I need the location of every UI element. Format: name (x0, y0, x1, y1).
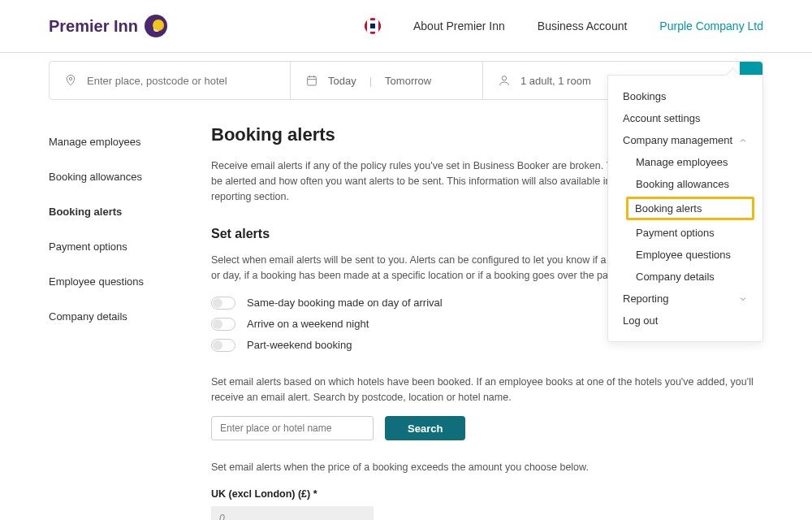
hotel-search-button[interactable]: Search (385, 416, 465, 440)
nav-business-account[interactable]: Business Account (538, 20, 628, 32)
sidebar-item-company-details[interactable]: Company details (49, 299, 171, 334)
dd-sub-company-details[interactable]: Company details (608, 266, 762, 288)
dd-sub-booking-alerts[interactable]: Booking alerts (626, 197, 754, 220)
dd-bookings[interactable]: Bookings (608, 85, 762, 107)
account-dropdown: Bookings Account settings Company manage… (607, 75, 763, 342)
toggle-weekend[interactable] (211, 318, 235, 331)
svg-point-2 (502, 76, 506, 80)
sidebar-item-payment-options[interactable]: Payment options (49, 229, 171, 264)
nav-about[interactable]: About Premier Inn (413, 20, 505, 32)
dd-sub-payment-options[interactable]: Payment options (608, 222, 762, 244)
dd-account-settings[interactable]: Account settings (608, 107, 762, 129)
dd-reporting-label: Reporting (623, 292, 668, 305)
toggle-partweekend[interactable] (211, 339, 235, 352)
chevron-up-icon (738, 136, 748, 145)
hotel-alert-desc: Set email alerts based on which hotels h… (211, 375, 763, 405)
calendar-icon (305, 74, 318, 87)
search-place-cell[interactable] (50, 62, 291, 99)
price-field-label: UK (excl London) (£) * (211, 488, 763, 500)
dd-reporting[interactable]: Reporting (608, 288, 762, 310)
person-icon (498, 74, 511, 87)
uk-flag-icon[interactable] (365, 18, 381, 34)
dd-logout[interactable]: Log out (608, 310, 762, 332)
chevron-down-icon (738, 294, 748, 304)
dd-company-management-label: Company management (623, 134, 732, 146)
search-place-input[interactable] (87, 75, 275, 87)
brand-moon-icon (145, 15, 167, 37)
sidebar: Manage employees Booking allowances Book… (49, 124, 171, 520)
pin-icon (64, 74, 77, 87)
header: Premier Inn About Premier Inn Business A… (0, 0, 812, 53)
top-nav: About Premier Inn Business Account Purpl… (365, 18, 763, 34)
brand-logo[interactable]: Premier Inn (49, 15, 167, 37)
hotel-search-row: Search (211, 416, 763, 440)
dd-sub-employee-questions[interactable]: Employee questions (608, 244, 762, 266)
nav-company-account[interactable]: Purple Company Ltd (659, 20, 763, 32)
sidebar-item-booking-allowances[interactable]: Booking allowances (49, 159, 171, 194)
sidebar-item-booking-alerts[interactable]: Booking alerts (49, 194, 171, 229)
date-separator: | (369, 75, 372, 87)
sidebar-item-employee-questions[interactable]: Employee questions (49, 264, 171, 299)
toggle-partweekend-label: Part-weekend booking (247, 339, 352, 351)
dd-company-management[interactable]: Company management (608, 129, 762, 151)
svg-point-0 (69, 77, 71, 80)
brand-text: Premier Inn (49, 17, 138, 36)
dd-sub-booking-allowances[interactable]: Booking allowances (608, 173, 762, 195)
price-alert-desc: Set email alerts when the price of a boo… (211, 460, 763, 475)
date-tomorrow: Tomorrow (385, 75, 431, 87)
search-dates-cell[interactable]: Today | Tomorrow (291, 62, 483, 99)
price-threshold-input[interactable] (211, 506, 374, 520)
hotel-search-input[interactable] (211, 416, 374, 440)
toggle-sameday[interactable] (211, 297, 235, 310)
dd-sub-manage-employees[interactable]: Manage employees (608, 151, 762, 173)
svg-rect-1 (308, 76, 317, 85)
date-today: Today (328, 75, 356, 87)
toggle-weekend-label: Arrive on a weekend night (247, 318, 369, 330)
toggle-sameday-label: Same-day booking made on day of arrival (247, 297, 443, 309)
sidebar-item-manage-employees[interactable]: Manage employees (49, 124, 171, 159)
guests-text: 1 adult, 1 room (520, 75, 591, 87)
